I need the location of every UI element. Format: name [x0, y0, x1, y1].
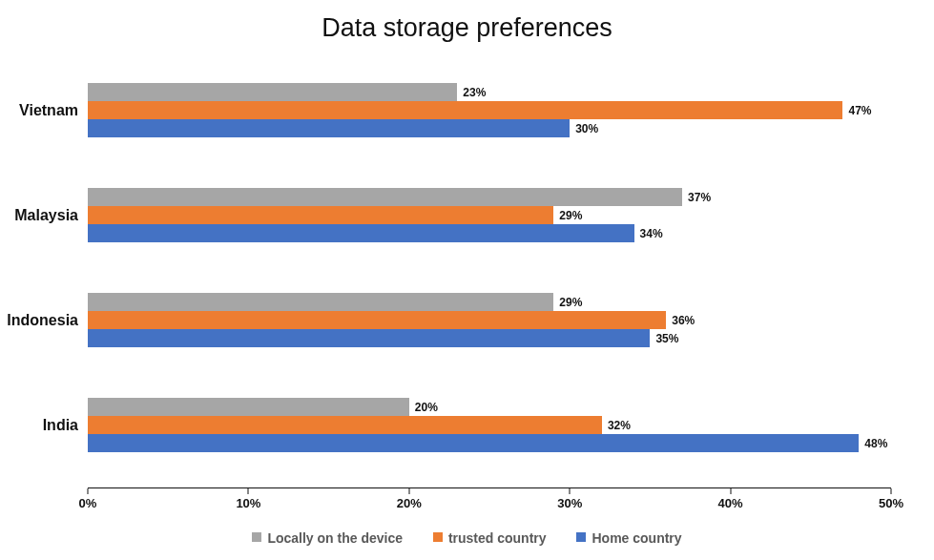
- legend-swatch: [433, 532, 443, 542]
- chart-container: Data storage preferences Vietnam 23% 47%…: [0, 0, 934, 560]
- bar-locally: 23%: [88, 83, 457, 101]
- category-label: India: [43, 417, 88, 434]
- bar-value-label: 47%: [842, 104, 871, 117]
- tick-mark: [408, 488, 409, 494]
- legend: Locally on the device trusted country Ho…: [0, 529, 934, 546]
- bar-group: Indonesia 29% 36% 35%: [88, 293, 891, 348]
- bar-value-label: 20%: [409, 401, 438, 414]
- bar-trusted: 29%: [88, 206, 553, 224]
- legend-item-locally: Locally on the device: [252, 529, 403, 546]
- tick-mark: [88, 488, 89, 494]
- x-tick-label: 30%: [557, 496, 582, 510]
- bar-value-label: 32%: [602, 419, 631, 432]
- bar-locally: 29%: [88, 293, 553, 311]
- bar-value-label: 30%: [570, 122, 598, 135]
- bar-home: 35%: [88, 329, 650, 347]
- category-label: Malaysia: [14, 207, 88, 224]
- bar-group: Vietnam 23% 47% 30%: [88, 83, 891, 138]
- plot-area: Vietnam 23% 47% 30% Malaysia 37% 29% 34%…: [88, 59, 891, 488]
- legend-item-home: Home country: [576, 529, 681, 546]
- bar-locally: 20%: [88, 398, 409, 416]
- chart-title: Data storage preferences: [0, 13, 934, 43]
- bar-value-label: 29%: [553, 296, 582, 309]
- bar-value-label: 36%: [666, 314, 695, 327]
- bar-home: 34%: [88, 224, 634, 242]
- x-tick-label: 0%: [79, 496, 97, 510]
- tick-mark: [730, 488, 731, 494]
- category-label: Indonesia: [7, 312, 88, 329]
- bar-group: Malaysia 37% 29% 34%: [88, 188, 891, 243]
- tick-mark: [248, 488, 249, 494]
- bar-value-label: 48%: [859, 437, 887, 450]
- legend-label: trusted country: [448, 530, 547, 546]
- category-label: Vietnam: [19, 102, 88, 119]
- bar-trusted: 47%: [88, 101, 842, 119]
- legend-label: Home country: [592, 530, 681, 546]
- x-tick-label: 20%: [397, 496, 422, 510]
- bar-trusted: 32%: [88, 416, 602, 434]
- x-tick-label: 50%: [879, 496, 903, 510]
- legend-item-trusted: trusted country: [433, 529, 547, 546]
- legend-swatch: [252, 532, 261, 542]
- legend-swatch: [576, 532, 586, 542]
- tick-mark: [570, 488, 571, 494]
- legend-label: Locally on the device: [267, 530, 403, 546]
- bar-group: India 20% 32% 48%: [88, 398, 891, 453]
- bar-home: 30%: [88, 119, 570, 137]
- x-tick-label: 10%: [236, 496, 260, 510]
- bar-value-label: 34%: [634, 227, 663, 240]
- bar-value-label: 37%: [682, 191, 711, 204]
- bar-value-label: 23%: [457, 86, 486, 99]
- bar-locally: 37%: [88, 188, 682, 206]
- bar-home: 48%: [88, 434, 859, 452]
- bar-trusted: 36%: [88, 311, 666, 329]
- bar-value-label: 35%: [650, 332, 678, 345]
- bar-value-label: 29%: [553, 209, 582, 222]
- tick-mark: [891, 488, 892, 494]
- x-tick-label: 40%: [718, 496, 743, 510]
- x-axis-line: [88, 487, 891, 488]
